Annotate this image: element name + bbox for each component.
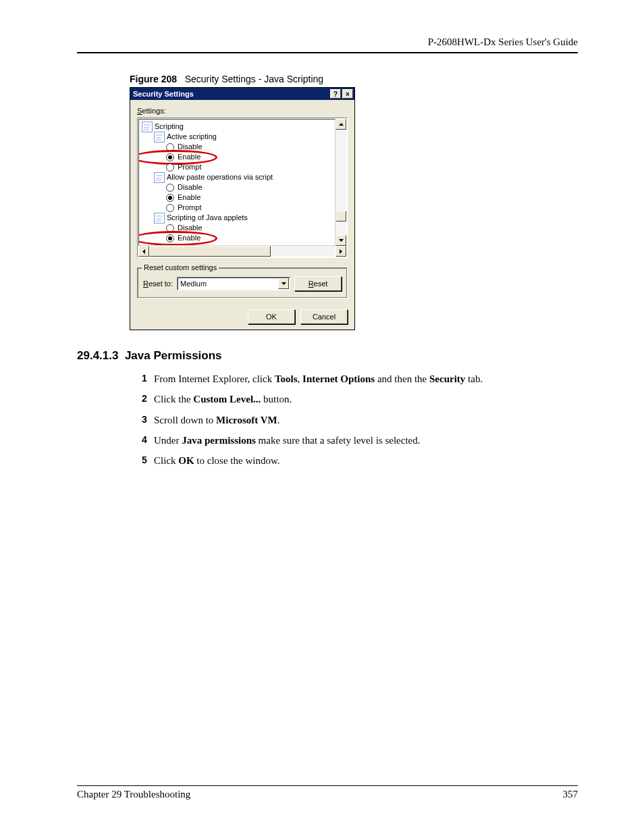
radio-enable[interactable]: Enable: [142, 152, 335, 162]
section-title: Java Permissions: [125, 349, 222, 362]
scroll-down-icon[interactable]: [336, 235, 346, 246]
page-header: P-2608HWL-Dx Series User's Guide: [77, 36, 578, 53]
svg-marker-1: [339, 239, 344, 242]
scroll-track[interactable]: [336, 130, 346, 235]
step-item: 1From Internet Explorer, click Tools, In…: [142, 372, 578, 386]
page-number: 357: [563, 789, 579, 800]
radio-icon: [166, 163, 174, 172]
security-settings-dialog: Security Settings ? × Settings: Scriptin…: [130, 87, 355, 330]
doc-title: P-2608HWL-Dx Series User's Guide: [428, 36, 578, 47]
svg-marker-0: [339, 123, 344, 126]
vertical-scrollbar[interactable]: [336, 119, 346, 246]
close-icon[interactable]: ×: [342, 89, 353, 99]
ok-button[interactable]: OK: [248, 309, 295, 324]
radio-icon: [166, 194, 174, 202]
title-bar[interactable]: Security Settings ? ×: [130, 88, 354, 100]
section-heading: 29.4.1.3 Java Permissions: [77, 349, 578, 363]
reset-level-combobox[interactable]: Medium: [177, 277, 290, 290]
step-item: 4Under Java permissions make sure that a…: [142, 434, 578, 447]
radio-prompt[interactable]: Prompt: [142, 203, 335, 213]
reset-to-label: Reset to:: [143, 280, 173, 288]
radio-enable[interactable]: Enable: [142, 233, 335, 243]
scroll-up-icon[interactable]: [336, 119, 346, 130]
step-item: 2Click the Custom Level... button.: [142, 392, 578, 406]
scroll-right-icon[interactable]: [336, 246, 346, 257]
radio-disable[interactable]: Disable: [142, 223, 335, 233]
scroll-icon: [154, 213, 165, 224]
radio-icon: [166, 204, 174, 212]
settings-label: Settings:: [137, 107, 348, 115]
help-icon[interactable]: ?: [330, 89, 341, 99]
scroll-track[interactable]: [149, 246, 336, 257]
horizontal-scrollbar[interactable]: [138, 246, 346, 257]
steps-list: 1From Internet Explorer, click Tools, In…: [142, 372, 578, 467]
settings-tree: Scripting Active scripting Disable Enabl…: [137, 118, 348, 258]
figure-label: Figure 208: [130, 74, 177, 84]
radio-icon: [166, 143, 174, 151]
reset-button[interactable]: Reset: [294, 276, 342, 291]
step-item: 5Click OK to close the window.: [142, 454, 578, 467]
radio-icon: [166, 234, 174, 242]
chapter-label: Chapter 29 Troubleshooting: [77, 789, 190, 800]
page-footer: Chapter 29 Troubleshooting 357: [77, 785, 578, 800]
radio-prompt[interactable]: Prompt: [142, 162, 335, 172]
scroll-thumb[interactable]: [149, 246, 271, 257]
svg-marker-4: [281, 282, 286, 285]
figure-caption: Figure 208 Security Settings - Java Scri…: [130, 74, 578, 84]
node-allow-paste[interactable]: Allow paste operations via script: [142, 172, 335, 182]
radio-disable[interactable]: Disable: [142, 142, 335, 152]
section-number: 29.4.1.3: [77, 349, 118, 362]
scroll-icon: [154, 172, 165, 183]
radio-icon: [166, 224, 174, 232]
chevron-down-icon[interactable]: [278, 278, 289, 289]
scroll-thumb[interactable]: [336, 211, 346, 221]
step-item: 3Scroll down to Microsoft VM.: [142, 413, 578, 427]
dialog-title: Security Settings: [133, 90, 330, 98]
reset-groupbox: Reset custom settings Reset to: Medium R…: [137, 267, 348, 298]
radio-enable[interactable]: Enable: [142, 192, 335, 203]
scroll-icon: [142, 122, 153, 132]
radio-icon: [166, 153, 174, 161]
node-scripting-applets[interactable]: Scripting of Java applets: [142, 213, 335, 223]
combo-value: Medium: [180, 280, 207, 288]
node-active-scripting[interactable]: Active scripting: [142, 132, 335, 142]
radio-icon: [166, 184, 174, 192]
groupbox-title: Reset custom settings: [142, 263, 219, 271]
svg-marker-3: [340, 249, 342, 254]
scroll-icon: [154, 132, 165, 142]
svg-marker-2: [142, 249, 145, 254]
radio-disable[interactable]: Disable: [142, 182, 335, 192]
cancel-button[interactable]: Cancel: [300, 309, 348, 324]
figure-title: Security Settings - Java Scripting: [185, 74, 323, 84]
node-scripting[interactable]: Scripting: [142, 122, 335, 132]
tree-viewport: Scripting Active scripting Disable Enabl…: [138, 119, 336, 246]
scroll-left-icon[interactable]: [138, 246, 149, 257]
